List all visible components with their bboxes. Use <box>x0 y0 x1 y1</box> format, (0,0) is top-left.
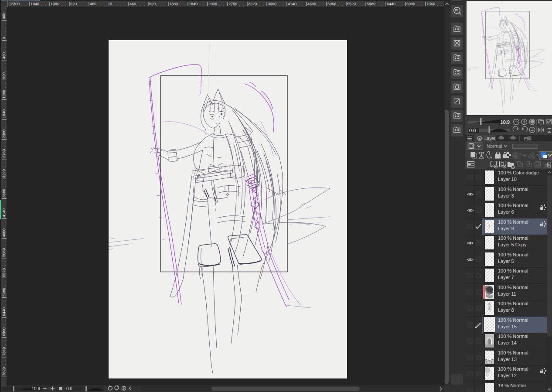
svg-text:10.9: 10.9 <box>32 386 41 391</box>
svg-text:7360: 7360 <box>426 2 435 6</box>
svg-text:2760: 2760 <box>228 2 237 6</box>
svg-text:Normal: Normal <box>487 143 502 149</box>
svg-text:0: 0 <box>110 2 112 6</box>
svg-text:1380: 1380 <box>51 2 59 6</box>
svg-text:2300: 2300 <box>11 2 20 6</box>
svg-text:6440: 6440 <box>2 307 6 316</box>
svg-text:1840: 1840 <box>31 2 39 6</box>
svg-text:1840: 1840 <box>2 109 6 118</box>
svg-text:Layer: Layer <box>484 136 496 141</box>
svg-text:0.0: 0.0 <box>469 128 476 133</box>
svg-text:0: 0 <box>2 37 6 39</box>
svg-text:5060: 5060 <box>327 2 336 6</box>
svg-text:0.0: 0.0 <box>66 386 72 391</box>
svg-text:10.9: 10.9 <box>501 119 510 125</box>
svg-text:1380: 1380 <box>169 2 178 6</box>
svg-text:920: 920 <box>2 72 6 79</box>
svg-text:4140: 4140 <box>2 208 6 217</box>
